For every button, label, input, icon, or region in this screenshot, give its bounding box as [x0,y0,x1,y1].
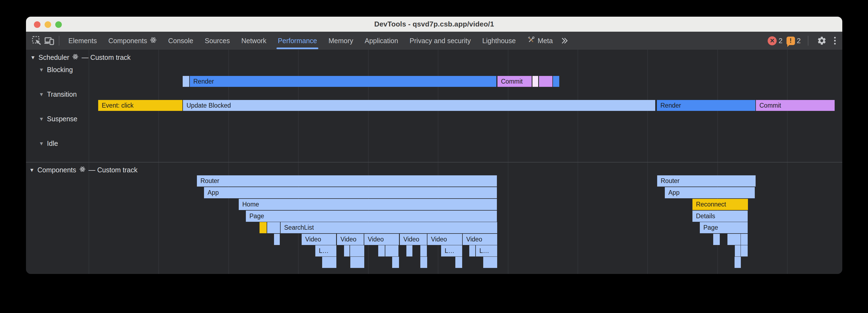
lane-blocking[interactable]: ▼ Blocking [39,65,73,75]
error-count: 2 [779,37,782,45]
flame-bar-searchlist[interactable]: SearchList [281,222,497,233]
kebab-menu-icon[interactable] [832,37,838,44]
flame-bar[interactable] [274,234,280,245]
flame-bar-app[interactable]: App [204,187,497,198]
flame-bar[interactable] [713,234,720,245]
close-button[interactable] [34,21,40,28]
warning-count: 2 [797,37,801,45]
flame-bar[interactable] [420,245,427,256]
flame-bar[interactable] [741,245,748,256]
flame-bar-render[interactable]: Render [190,76,496,87]
more-tabs-chevron-icon[interactable] [558,34,571,47]
flame-bar[interactable] [267,222,280,233]
tab-performance[interactable]: Performance [272,32,323,50]
flame-bar[interactable] [727,234,741,245]
flame-bar[interactable] [378,245,385,256]
collapse-triangle-icon: ▼ [30,55,36,60]
tab-network[interactable]: Network [236,32,272,50]
flame-bar-video[interactable]: Video [302,234,336,245]
tab-privacy-and-security[interactable]: Privacy and security [404,32,477,50]
active-tab-underline [277,47,318,49]
flame-bar[interactable] [469,245,475,256]
flame-bar[interactable] [350,245,364,256]
tools-icon [527,36,535,45]
flame-bar[interactable] [259,222,267,233]
tab-application[interactable]: Application [359,32,404,50]
flame-bar[interactable] [350,257,364,268]
flame-bar[interactable] [420,257,427,268]
flame-bar[interactable] [553,76,559,87]
flame-bar-commit[interactable]: Commit [497,76,532,87]
inspect-element-icon[interactable] [30,34,43,47]
flame-bar-render[interactable]: Render [657,100,755,111]
flame-bar[interactable] [735,245,741,256]
flame-bar[interactable] [539,76,552,87]
flame-bar-home[interactable]: Home [239,199,497,210]
tab-sources[interactable]: Sources [199,32,236,50]
flame-bar-reconnect[interactable]: Reconnect [692,199,748,210]
flame-bar[interactable] [483,257,497,268]
window-title: DevTools - qsvd7p.csb.app/video/1 [374,20,494,28]
flame-bar[interactable] [532,76,538,87]
flame-bar[interactable] [455,257,462,268]
tab-meta[interactable]: Meta [522,32,559,50]
tab-lighthouse[interactable]: Lighthouse [477,32,522,50]
toolbar-right-separator [808,36,808,46]
flame-bar-video[interactable]: Video [337,234,364,245]
flame-bar-l[interactable]: L… [441,245,462,256]
toolbar-separator [59,36,59,46]
flame-bar-page[interactable]: Page [700,222,748,233]
flame-bar[interactable] [735,257,741,268]
tab-components[interactable]: Components [102,32,162,50]
react-atom-icon [150,37,157,45]
devtools-toolbar: Elements Components Console Sources Netw… [26,32,842,50]
lane-transition[interactable]: ▼ Transition [39,89,77,99]
collapse-triangle-icon: ▼ [29,167,34,173]
flame-bar-video[interactable]: Video [463,234,497,245]
react-atom-icon [79,166,86,174]
zoom-button[interactable] [55,21,62,28]
flame-bar-router[interactable]: Router [197,175,497,186]
components-track-header[interactable]: ▼ Components — Custom track [29,165,137,175]
flame-bar-page[interactable]: Page [246,211,497,222]
flame-bar-router[interactable]: Router [657,175,755,186]
flame-bar-l[interactable]: L… [476,245,497,256]
warning-icon: ! [786,37,795,45]
minimize-button[interactable] [44,21,51,28]
flame-bar[interactable] [322,257,336,268]
warning-badge[interactable]: ! 2 [786,37,801,45]
flame-bar-l[interactable]: L… [315,245,336,256]
flame-bar[interactable] [385,245,398,256]
performance-timeline[interactable]: ▼ Scheduler — Custom track ▼ Blocking ▼ … [26,50,842,274]
scheduler-track-header[interactable]: ▼ Scheduler — Custom track [30,53,131,62]
tab-console[interactable]: Console [162,32,199,50]
flame-bar[interactable] [406,245,412,256]
settings-gear-icon[interactable] [815,34,828,47]
devtools-window: DevTools - qsvd7p.csb.app/video/1 Elemen… [26,17,842,274]
flame-bar[interactable] [183,76,189,87]
titlebar: DevTools - qsvd7p.csb.app/video/1 [26,17,842,32]
collapse-triangle-icon: ▼ [39,92,44,97]
react-atom-icon [72,54,79,62]
collapse-triangle-icon: ▼ [39,116,44,121]
lane-idle[interactable]: ▼ Idle [39,138,58,148]
device-toolbar-icon[interactable] [43,34,56,47]
flame-bar[interactable] [392,257,399,268]
flame-bar[interactable] [344,245,349,256]
flame-bar-event-click[interactable]: Event: click [98,100,182,111]
flame-bar[interactable] [741,234,748,245]
flame-bar-commit[interactable]: Commit [756,100,835,111]
flame-bar-update-blocked[interactable]: Update Blocked [183,100,655,111]
collapse-triangle-icon: ▼ [39,67,44,72]
track-divider [26,162,842,163]
flame-bar-app[interactable]: App [665,187,755,198]
flame-bar-details[interactable]: Details [692,211,748,222]
lane-suspense[interactable]: ▼ Suspense [39,114,78,124]
tab-memory[interactable]: Memory [323,32,359,50]
error-badge[interactable]: × 2 [768,36,782,45]
flame-bar-video[interactable]: Video [428,234,462,245]
flame-bar-video[interactable]: Video [400,234,427,245]
flame-bar-video[interactable]: Video [364,234,399,245]
collapse-triangle-icon: ▼ [39,141,44,146]
tab-elements[interactable]: Elements [63,32,102,50]
